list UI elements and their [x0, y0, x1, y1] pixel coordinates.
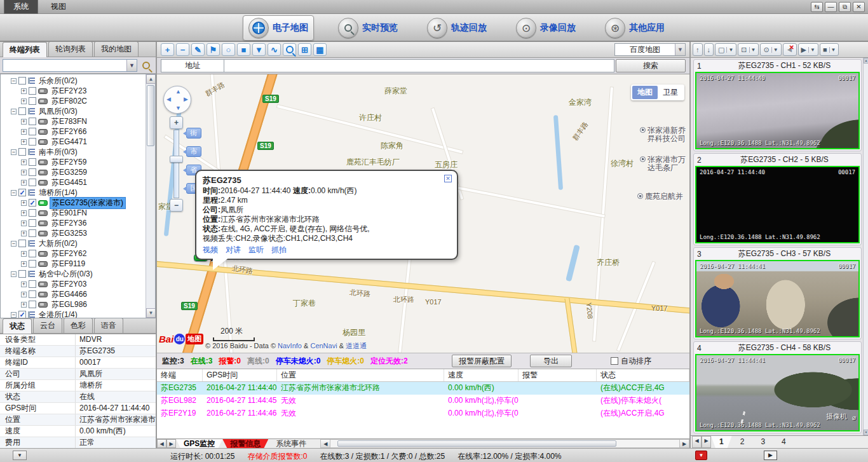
monitor-tab-报警信息[interactable]: 报警信息	[222, 439, 268, 448]
chevron-down-icon[interactable]: ▼	[675, 44, 685, 55]
tree-item[interactable]: +苏EG4471	[2, 137, 155, 147]
sub-tab-2[interactable]: 色彩	[64, 318, 93, 333]
monitor-tab-GPS监控[interactable]: GPS监控	[176, 439, 222, 448]
zoom-box-icon[interactable]	[283, 43, 296, 56]
expander-icon[interactable]: +	[21, 221, 27, 226]
window-switch-icon[interactable]: ⇆	[811, 2, 823, 12]
monitor-tab-系统事件[interactable]: 系统事件	[268, 439, 314, 448]
video-cell-3[interactable]: 3苏EG2735 - CH3 - 57 KB/S2016-04-27 11:44…	[693, 247, 862, 339]
circle-tool-icon[interactable]: ○	[222, 43, 235, 56]
page-down-icon[interactable]: ↓	[704, 43, 714, 56]
window-close-icon[interactable]: ✕	[853, 2, 865, 12]
sidebar-tab-2[interactable]: 我的地图	[94, 41, 139, 57]
vehicle-search-combo[interactable]: ▼	[3, 59, 137, 72]
chevron-down-icon[interactable]: ▼	[126, 60, 137, 71]
tree-checkbox[interactable]: ✓	[18, 311, 26, 318]
map-zoom-thumb[interactable]	[170, 156, 183, 163]
tree-scrollbar[interactable]: ▲ ▼	[146, 74, 155, 318]
menu-system[interactable]: 系统	[4, 0, 38, 14]
map-viewport[interactable]: 群丰路S19薛家堂金家湾许庄村群丰路S19陈家角鹿苑汇丰毛纺厂五房庄徐湾村家堂齐…	[157, 74, 689, 353]
tree-checkbox[interactable]	[29, 260, 36, 268]
alarm-collapse-button[interactable]: ▼	[695, 451, 707, 460]
play-icon[interactable]: ▶▼	[798, 43, 818, 56]
video-cell-2[interactable]: 2苏EG2735 - CH2 - 5 KB/S2016-04-27 11:44:…	[693, 153, 862, 245]
status-play-button[interactable]: ▶	[764, 451, 777, 460]
column-header[interactable]: 终端	[157, 369, 203, 381]
vehicle-search-button[interactable]	[139, 59, 153, 72]
polygon-tool-icon[interactable]: ▼	[252, 43, 266, 56]
tree-item[interactable]: +苏EGL986	[2, 299, 155, 309]
tree-item[interactable]: +苏EG3259	[2, 167, 155, 177]
fullscreen-icon[interactable]: ⊞	[298, 43, 311, 56]
scroll-down-icon[interactable]: ▼	[864, 430, 868, 435]
expander-icon[interactable]: +	[21, 302, 27, 308]
tree-item[interactable]: +苏EG3253	[2, 228, 155, 238]
expander-icon[interactable]: −	[11, 241, 17, 247]
sub-tab-3[interactable]: 语音	[94, 318, 123, 333]
column-header[interactable]: 状态	[597, 369, 689, 381]
table-row[interactable]: 苏EG27352016-04-27 11:44:40江苏省苏州市张家港市北环路0…	[157, 382, 689, 395]
column-header[interactable]: 速度	[444, 369, 519, 381]
tree-item[interactable]: +苏EF2Y03	[2, 279, 155, 289]
map-zoom-track[interactable]	[173, 130, 179, 198]
menu-view[interactable]: 视图	[42, 0, 75, 13]
expander-icon[interactable]: +	[21, 251, 27, 257]
column-header[interactable]: GPS时间	[203, 369, 277, 381]
tree-checkbox[interactable]	[29, 87, 36, 95]
tree-item[interactable]: +苏E901FN	[2, 208, 155, 218]
video-stream[interactable]: 2016-04-27 11:44:4000017Long.:E120.36.14…	[695, 166, 860, 243]
toolbar-map-button[interactable]: 电子地图	[243, 15, 314, 41]
tree-checkbox[interactable]	[18, 240, 26, 247]
save-icon[interactable]: ▦	[313, 43, 327, 56]
expander-icon[interactable]: +	[21, 99, 27, 104]
tree-item[interactable]: +苏E783FN	[2, 116, 155, 126]
tree-item[interactable]: +苏EG4466	[2, 289, 155, 299]
map-pan-control[interactable]: ▲ ▼ ◀ ▶	[163, 86, 191, 114]
toolbar-apps-button[interactable]: ⊛其他应用	[600, 16, 670, 40]
tree-item[interactable]: −凤凰所(0/3)	[2, 106, 155, 116]
table-row[interactable]: 苏EGL9822016-04-27 11:44:45无效0.00 km/h(北)…	[157, 395, 689, 407]
expander-icon[interactable]: +	[21, 170, 27, 175]
sidebar-tab-1[interactable]: 轮询列表	[48, 41, 93, 57]
expander-icon[interactable]: −	[11, 78, 17, 84]
toolbar-preview-button[interactable]: 实时预览	[333, 16, 403, 40]
tree-checkbox[interactable]: ✓	[18, 189, 26, 196]
tree-checkbox[interactable]	[29, 128, 36, 135]
expander-icon[interactable]: +	[21, 231, 27, 236]
popup-link-对讲[interactable]: 对讲	[226, 245, 241, 254]
video-stream[interactable]: 2016-04-27 11:44:4100017Long.:E120.36.14…	[695, 354, 860, 431]
scrollbar-thumb[interactable]	[147, 85, 154, 146]
expander-icon[interactable]: −	[11, 312, 17, 318]
tree-item[interactable]: +苏EG4451	[2, 177, 155, 187]
window-restore-icon[interactable]: ⧉	[839, 2, 851, 12]
expander-icon[interactable]: −	[11, 190, 17, 196]
tree-item[interactable]: +苏EF2Y36	[2, 218, 155, 228]
tree-item[interactable]: +苏EF2Y59	[2, 157, 155, 167]
chevron-down-icon[interactable]: ▼	[749, 47, 756, 53]
expander-icon[interactable]: −	[11, 149, 17, 155]
scroll-up-icon[interactable]: ▲	[146, 74, 156, 84]
toolbar-track-button[interactable]: ↺轨迹回放	[422, 16, 492, 40]
polyline-tool-icon[interactable]: ∿	[268, 43, 281, 56]
expander-icon[interactable]: +	[21, 261, 27, 267]
video-cell-1[interactable]: 1苏EG2735 - CH1 - 52 KB/S2016-04-27 11:44…	[693, 59, 862, 151]
tree-checkbox[interactable]	[18, 270, 26, 278]
expander-icon[interactable]: +	[21, 139, 27, 145]
address-input[interactable]	[224, 59, 614, 72]
tree-checkbox[interactable]	[18, 148, 26, 156]
popup-link-视频[interactable]: 视频	[203, 245, 218, 254]
expander-icon[interactable]: +	[21, 282, 27, 287]
column-header[interactable]: 位置	[277, 369, 444, 381]
fullscreen-icon[interactable]: ▢▼	[715, 43, 736, 56]
rect-tool-icon[interactable]: ■	[237, 43, 250, 56]
column-header[interactable]: 报警	[519, 369, 597, 381]
video-stream[interactable]: 2016-04-27 11:44:4100017Long.:E120.36.14…	[695, 260, 860, 337]
address-type-combo[interactable]: 地址	[161, 59, 224, 72]
tree-item[interactable]: −南丰所(0/3)	[2, 147, 155, 157]
export-button[interactable]: 导出	[530, 355, 572, 367]
expander-icon[interactable]: +	[21, 292, 27, 297]
page-right-icon[interactable]: ▶	[702, 436, 711, 448]
tree-checkbox[interactable]	[29, 301, 36, 308]
scroll-down-icon[interactable]: ▼	[146, 308, 156, 318]
tree-checkbox[interactable]	[29, 209, 36, 217]
